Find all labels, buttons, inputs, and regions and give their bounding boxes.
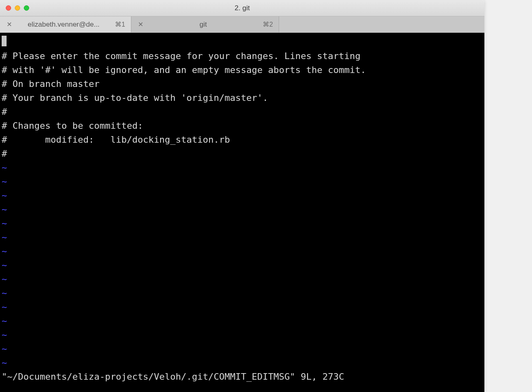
editor-line: # (2, 147, 483, 161)
close-window-button[interactable] (6, 5, 11, 11)
close-icon[interactable]: ✕ (6, 21, 12, 28)
zoom-window-button[interactable] (24, 5, 29, 11)
close-icon[interactable]: ✕ (137, 21, 144, 28)
tabbar: ✕ elizabeth.venner@de... ⌘1 ✕ git ⌘2 (0, 16, 484, 33)
editor-line: # Please enter the commit message for yo… (2, 49, 483, 63)
editor-line: # modified: lib/docking_station.rb (2, 133, 483, 147)
empty-line-tilde: ~ (2, 175, 483, 189)
empty-line-tilde: ~ (2, 314, 483, 328)
editor-line: # Changes to be committed: (2, 119, 483, 133)
titlebar: 2. git (0, 0, 484, 16)
terminal-window: 2. git ✕ elizabeth.venner@de... ⌘1 ✕ git… (0, 0, 484, 392)
tab-shortcut: ⌘1 (115, 21, 125, 28)
vim-status-line: "~/Documents/eliza-projects/Veloh/.git/C… (2, 370, 483, 384)
tab-label: elizabeth.venner@de... (16, 21, 111, 29)
empty-line-tilde: ~ (2, 161, 483, 175)
empty-line-tilde: ~ (2, 272, 483, 286)
empty-line-tilde: ~ (2, 286, 483, 300)
empty-line-tilde: ~ (2, 342, 483, 356)
minimize-window-button[interactable] (15, 5, 20, 11)
tab-1[interactable]: ✕ elizabeth.venner@de... ⌘1 (0, 16, 131, 32)
empty-line-tilde: ~ (2, 356, 483, 370)
tab-2[interactable]: ✕ git ⌘2 (131, 16, 279, 32)
cursor (2, 36, 7, 46)
empty-line-tilde: ~ (2, 328, 483, 342)
empty-line-tilde: ~ (2, 244, 483, 258)
editor-line: # Your branch is up-to-date with 'origin… (2, 91, 483, 105)
editor-line (2, 35, 483, 49)
editor-line: # On branch master (2, 77, 483, 91)
tab-shortcut: ⌘2 (263, 21, 273, 28)
traffic-lights (0, 5, 29, 11)
empty-line-tilde: ~ (2, 230, 483, 244)
editor-line: # with '#' will be ignored, and an empty… (2, 63, 483, 77)
editor-line: # (2, 105, 483, 119)
terminal-viewport[interactable]: # Please enter the commit message for yo… (0, 33, 484, 392)
empty-line-tilde: ~ (2, 217, 483, 230)
tab-label: git (148, 21, 259, 29)
empty-line-tilde: ~ (2, 189, 483, 203)
empty-line-tilde: ~ (2, 258, 483, 272)
empty-line-tilde: ~ (2, 203, 483, 217)
empty-line-tilde: ~ (2, 300, 483, 314)
window-title: 2. git (0, 4, 484, 12)
